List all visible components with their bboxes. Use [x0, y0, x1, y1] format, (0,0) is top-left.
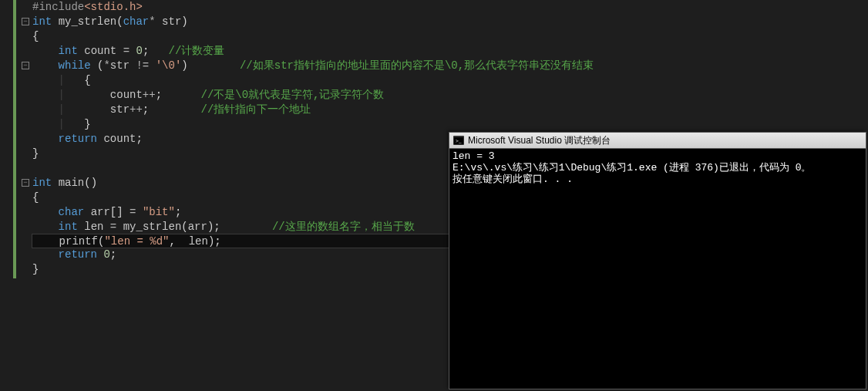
- fold-toggle-icon[interactable]: −: [22, 18, 29, 25]
- console-titlebar[interactable]: >_ Microsoft Visual Studio 调试控制台: [449, 133, 866, 149]
- console-body[interactable]: len = 3 E:\vs\.vs\练习\练习1\Debug\练习1.exe (…: [449, 149, 866, 187]
- fold-toggle-icon[interactable]: −: [22, 62, 29, 69]
- code-line[interactable]: | count++; //不是\0就代表是字符,记录字符个数: [32, 88, 594, 103]
- code-line[interactable]: | {: [32, 73, 594, 88]
- code-line[interactable]: | str++; //指针指向下一个地址: [32, 103, 594, 117]
- code-line[interactable]: while (*str != '\0') //如果str指针指向的地址里面的内容…: [32, 59, 594, 73]
- svg-text:>_: >_: [456, 138, 462, 144]
- code-line[interactable]: {: [32, 29, 594, 44]
- editor-gutter: −−−: [0, 0, 25, 391]
- code-line[interactable]: | }: [32, 117, 594, 132]
- change-bar: [13, 0, 16, 278]
- code-line[interactable]: int count = 0; //计数变量: [32, 44, 594, 59]
- console-title: Microsoft Visual Studio 调试控制台: [468, 134, 611, 147]
- console-window[interactable]: >_ Microsoft Visual Studio 调试控制台 len = 3…: [449, 132, 866, 389]
- code-line[interactable]: int my_strlen(char* str): [32, 15, 594, 29]
- console-app-icon: >_: [453, 134, 465, 147]
- code-line[interactable]: #include<stdio.h>: [32, 0, 594, 15]
- fold-toggle-icon[interactable]: −: [22, 179, 29, 187]
